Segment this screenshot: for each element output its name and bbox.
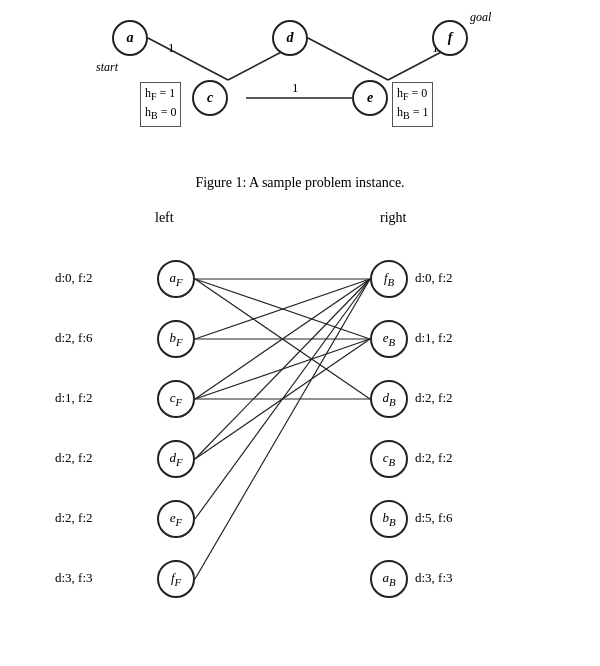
hB-e: hB = 1: [397, 104, 428, 123]
node-cF: cF: [157, 380, 195, 418]
label-eB-right: d:1, f:2: [415, 330, 453, 346]
left-col-label: left: [155, 210, 174, 226]
label-fF-left: d:3, f:3: [55, 570, 93, 586]
node-bF: bF: [157, 320, 195, 358]
svg-line-19: [195, 279, 370, 579]
label-cB-right: d:2, f:2: [415, 450, 453, 466]
svg-line-0: [148, 38, 228, 80]
label-aB-right: d:3, f:3: [415, 570, 453, 586]
node-fB: fB: [370, 260, 408, 298]
svg-line-18: [195, 279, 370, 519]
label-bF-left: d:2, f:6: [55, 330, 93, 346]
top-diagram: 1 1 1 a start d f goal c e hF = 1 hB = 0…: [50, 10, 550, 170]
label-bB-right: d:5, f:6: [415, 510, 453, 526]
label-aF-left: d:0, f:2: [55, 270, 93, 286]
svg-line-9: [195, 279, 370, 339]
node-a: a: [112, 20, 148, 56]
hbox-e: hF = 0 hB = 1: [392, 82, 433, 127]
node-dF: dF: [157, 440, 195, 478]
svg-line-14: [195, 339, 370, 399]
node-d: d: [272, 20, 308, 56]
svg-line-11: [195, 279, 370, 339]
label-dB-right: d:2, f:2: [415, 390, 453, 406]
bipartite-graph: left right aF d:0, f:2 bF d:2, f:: [0, 210, 600, 660]
svg-text:1: 1: [292, 80, 299, 95]
node-cB: cB: [370, 440, 408, 478]
node-eF: eF: [157, 500, 195, 538]
node-e: e: [352, 80, 388, 116]
svg-line-13: [195, 279, 370, 399]
node-aB: aB: [370, 560, 408, 598]
label-goal: goal: [470, 10, 491, 25]
hbox-c: hF = 1 hB = 0: [140, 82, 181, 127]
hB-c: hB = 0: [145, 104, 176, 123]
node-eB: eB: [370, 320, 408, 358]
label-cF-left: d:1, f:2: [55, 390, 93, 406]
node-bB: bB: [370, 500, 408, 538]
svg-line-2: [308, 38, 388, 80]
figure-caption: Figure 1: A sample problem instance.: [0, 175, 600, 191]
svg-line-17: [195, 339, 370, 459]
svg-line-16: [195, 279, 370, 459]
label-eF-left: d:2, f:2: [55, 510, 93, 526]
node-aF: aF: [157, 260, 195, 298]
svg-line-10: [195, 279, 370, 399]
hF-e: hF = 0: [397, 85, 428, 104]
node-f: f: [432, 20, 468, 56]
svg-text:1: 1: [168, 40, 175, 55]
hF-c: hF = 1: [145, 85, 176, 104]
node-fF: fF: [157, 560, 195, 598]
node-c: c: [192, 80, 228, 116]
label-dF-left: d:2, f:2: [55, 450, 93, 466]
right-col-label: right: [380, 210, 406, 226]
node-dB: dB: [370, 380, 408, 418]
label-start: start: [96, 60, 118, 75]
label-fB-right: d:0, f:2: [415, 270, 453, 286]
